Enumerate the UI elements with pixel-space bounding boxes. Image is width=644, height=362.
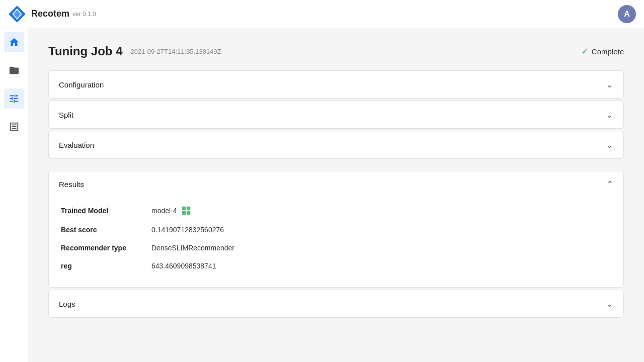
- accordion-split-header[interactable]: Split ⌄: [49, 101, 623, 128]
- page-timestamp: 2021-09-27T14:11:35.138149Z: [131, 48, 221, 55]
- results-header[interactable]: Results ⌃: [49, 171, 623, 197]
- table-row: Recommender type DenseSLIMRecommender: [61, 239, 611, 257]
- sidebar-item-table[interactable]: [4, 117, 24, 137]
- svg-rect-4: [186, 207, 190, 211]
- results-label: Results: [59, 180, 84, 189]
- status-label: Complete: [592, 47, 624, 56]
- accordion-evaluation-chevron: ⌄: [606, 139, 613, 150]
- results-section: Results ⌃ Trained Model model-4: [48, 171, 624, 288]
- sidebar-item-home[interactable]: [4, 32, 24, 52]
- app-name: Recotem: [31, 9, 69, 19]
- page-title: Tuning Job 4: [48, 44, 123, 58]
- results-body: Trained Model model-4 Best score: [49, 197, 623, 287]
- accordion-split-chevron: ⌄: [606, 109, 613, 120]
- main-content: Tuning Job 4 2021-09-27T14:11:35.138149Z…: [28, 28, 644, 362]
- table-row: reg 643.4609098538741: [61, 257, 611, 275]
- result-value-best-score: 0.14190712832560276: [151, 226, 224, 234]
- app-logo: [8, 5, 26, 23]
- svg-rect-6: [186, 211, 190, 215]
- sidebar-item-folder[interactable]: [4, 60, 24, 80]
- logs-header[interactable]: Logs ⌄: [49, 290, 623, 317]
- svg-rect-3: [182, 207, 186, 211]
- result-label-recommender-type: Recommender type: [61, 244, 151, 252]
- results-chevron: ⌃: [607, 179, 613, 189]
- accordion-configuration-chevron: ⌄: [606, 79, 613, 90]
- result-label-reg: reg: [61, 262, 151, 270]
- accordion-evaluation-header[interactable]: Evaluation ⌄: [49, 131, 623, 158]
- model-grid-icon[interactable]: [181, 206, 191, 216]
- logs-chevron: ⌄: [606, 298, 613, 309]
- topbar: Recotem ver 0.1.0 A: [0, 0, 644, 28]
- result-value-trained-model: model-4: [151, 206, 191, 216]
- app-version: ver 0.1.0: [72, 11, 96, 18]
- accordion-configuration-label: Configuration: [59, 80, 104, 89]
- accordion-configuration-header[interactable]: Configuration ⌄: [49, 71, 623, 98]
- result-label-best-score: Best score: [61, 226, 151, 234]
- result-label-trained-model: Trained Model: [61, 207, 151, 215]
- logs-label: Logs: [59, 300, 75, 308]
- accordion-split: Split ⌄: [48, 101, 624, 129]
- accordion-configuration: Configuration ⌄: [48, 70, 624, 99]
- table-row: Best score 0.14190712832560276: [61, 221, 611, 239]
- sidebar-item-tuning[interactable]: [4, 88, 24, 109]
- sidebar: [0, 28, 28, 362]
- accordion-evaluation: Evaluation ⌄: [48, 131, 624, 159]
- page-header: Tuning Job 4 2021-09-27T14:11:35.138149Z…: [48, 44, 624, 58]
- accordion-evaluation-label: Evaluation: [59, 141, 94, 149]
- table-row: Trained Model model-4: [61, 201, 611, 221]
- accordion-split-label: Split: [59, 111, 73, 119]
- result-value-reg: 643.4609098538741: [151, 262, 216, 270]
- svg-rect-5: [182, 211, 186, 215]
- status-badge: ✓ Complete: [581, 46, 624, 57]
- user-avatar[interactable]: A: [618, 5, 636, 23]
- logs-section: Logs ⌄: [48, 290, 624, 318]
- result-value-recommender-type: DenseSLIMRecommender: [151, 244, 234, 252]
- status-check-icon: ✓: [581, 46, 589, 57]
